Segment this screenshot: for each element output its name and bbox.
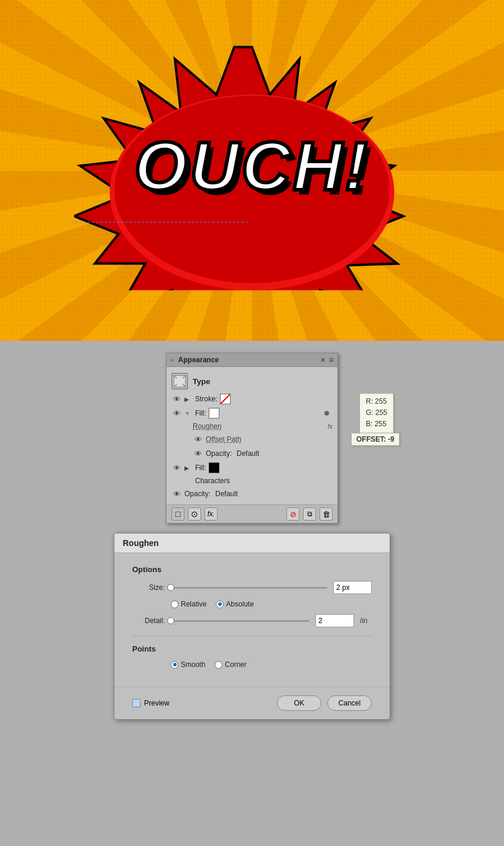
roughen-label: Roughen: [193, 422, 222, 430]
smooth-option[interactable]: Smooth: [171, 660, 205, 669]
offset-path-label: Offset Path: [206, 435, 241, 443]
fill-white-swatch[interactable]: [209, 408, 219, 419]
target-button[interactable]: ⊙: [188, 507, 201, 521]
explosion-shape: OUCH!: [74, 41, 430, 290]
corner-option[interactable]: Corner: [215, 660, 247, 669]
expand-arrow-icon[interactable]: ▶: [184, 465, 193, 471]
type-header-row: Type: [167, 371, 337, 392]
fx-badge: fx: [327, 423, 333, 430]
stroke-swatch[interactable]: [220, 394, 231, 404]
opacity-label-2: Opacity:: [184, 490, 210, 498]
no-icon[interactable]: ⊘: [286, 507, 299, 521]
size-slider[interactable]: [171, 587, 327, 589]
duplicate-button[interactable]: ⧉: [303, 507, 316, 521]
roughen-dialog-footer: Preview OK Cancel: [114, 687, 390, 719]
roughen-dialog-title: Roughen: [114, 534, 390, 553]
points-section: Points Smooth Corner: [132, 644, 372, 669]
detail-unit: /in: [360, 617, 372, 625]
collapse-arrows-icon[interactable]: «: [170, 357, 174, 363]
detail-slider[interactable]: [171, 620, 310, 622]
relative-absolute-row: Relative Absolute: [171, 600, 372, 608]
fill-black-row[interactable]: 👁 ▶ Fill:: [167, 461, 337, 475]
add-stroke-button[interactable]: □: [171, 507, 184, 521]
relative-radio[interactable]: [171, 601, 178, 608]
cancel-button[interactable]: Cancel: [327, 695, 372, 711]
absolute-radio[interactable]: [216, 601, 224, 608]
preview-checkbox-row[interactable]: Preview: [132, 699, 170, 707]
expand-arrow-icon[interactable]: ▶: [184, 396, 193, 403]
roughen-row[interactable]: Roughen fx: [188, 420, 337, 432]
fill-black-swatch[interactable]: [209, 462, 219, 473]
stroke-row[interactable]: 👁 ▶ Stroke:: [167, 392, 337, 406]
size-slider-thumb[interactable]: [167, 584, 174, 591]
options-section-label: Options: [132, 565, 372, 574]
corner-radio[interactable]: [215, 661, 222, 669]
relative-option[interactable]: Relative: [171, 600, 206, 608]
detail-input[interactable]: [315, 614, 354, 627]
preview-label: Preview: [144, 699, 170, 707]
offset-tooltip: OFFSET: -9: [351, 433, 400, 446]
visibility-icon[interactable]: 👁: [193, 434, 203, 445]
fx-button[interactable]: fx.: [205, 507, 218, 521]
menu-icon[interactable]: ≡: [329, 355, 334, 365]
panel-area: « Appearance ✕ ≡: [0, 341, 504, 846]
opacity-label: Opacity:: [206, 449, 232, 458]
type-label: Type: [193, 377, 210, 386]
size-input[interactable]: [333, 581, 372, 594]
detail-label: Detail:: [132, 617, 165, 625]
opacity-value-2: Default: [215, 490, 238, 498]
preview-checkbox[interactable]: [132, 699, 141, 707]
divider: [132, 636, 372, 636]
canvas-area: OUCH!: [0, 0, 504, 341]
visibility-icon[interactable]: 👁: [171, 489, 182, 499]
absolute-option[interactable]: Absolute: [216, 600, 254, 608]
rgb-tooltip: R: 255 G: 255 B: 255: [359, 393, 394, 433]
type-icon: [171, 373, 188, 390]
ok-button[interactable]: OK: [277, 695, 321, 711]
visibility-icon[interactable]: 👁: [171, 394, 182, 404]
expand-arrow-icon[interactable]: ▼: [184, 410, 193, 417]
characters-row: Characters: [178, 475, 337, 487]
appearance-panel: « Appearance ✕ ≡: [166, 353, 338, 523]
visibility-icon[interactable]: 👁: [171, 408, 182, 419]
connector-dot: [324, 411, 329, 416]
opacity-row-2[interactable]: 👁 Opacity: Default: [167, 487, 337, 501]
smooth-radio[interactable]: [171, 661, 178, 669]
points-section-label: Points: [132, 644, 372, 653]
fill-white-row[interactable]: 👁 ▼ Fill: R: 255 G: 255 B: 255: [167, 406, 337, 420]
roughen-dialog-body: Options Size: Relative Absolute: [114, 553, 390, 687]
close-icon[interactable]: ✕: [320, 356, 326, 364]
detail-row: Detail: /in: [132, 614, 372, 627]
appearance-body: Type 👁 ▶ Stroke: 👁 ▼ Fill: R: 255 G: 255: [167, 367, 337, 505]
ouch-text: OUCH!: [135, 126, 370, 205]
roughen-dialog: Roughen Options Size: Relative: [114, 533, 390, 720]
stroke-label: Stroke:: [195, 395, 218, 403]
characters-label: Characters: [195, 477, 230, 485]
visibility-icon[interactable]: 👁: [171, 462, 182, 473]
appearance-titlebar: « Appearance ✕ ≡: [167, 353, 337, 367]
opacity-row-1[interactable]: 👁 Opacity: Default: [188, 446, 337, 461]
detail-slider-thumb[interactable]: [167, 617, 174, 624]
delete-button[interactable]: 🗑: [320, 507, 333, 521]
opacity-value: Default: [237, 449, 259, 458]
offset-path-row[interactable]: 👁 Offset Path OFFSET: -9: [188, 432, 337, 446]
size-label: Size:: [132, 583, 165, 592]
fill-label: Fill:: [195, 409, 206, 417]
visibility-icon[interactable]: 👁: [193, 448, 203, 459]
appearance-toolbar: □ ⊙ fx. ⊘ ⧉ 🗑: [167, 505, 337, 523]
appearance-panel-title: Appearance: [178, 356, 219, 364]
smooth-corner-row: Smooth Corner: [171, 660, 372, 669]
size-row: Size:: [132, 581, 372, 594]
fill-black-label: Fill:: [195, 464, 206, 472]
